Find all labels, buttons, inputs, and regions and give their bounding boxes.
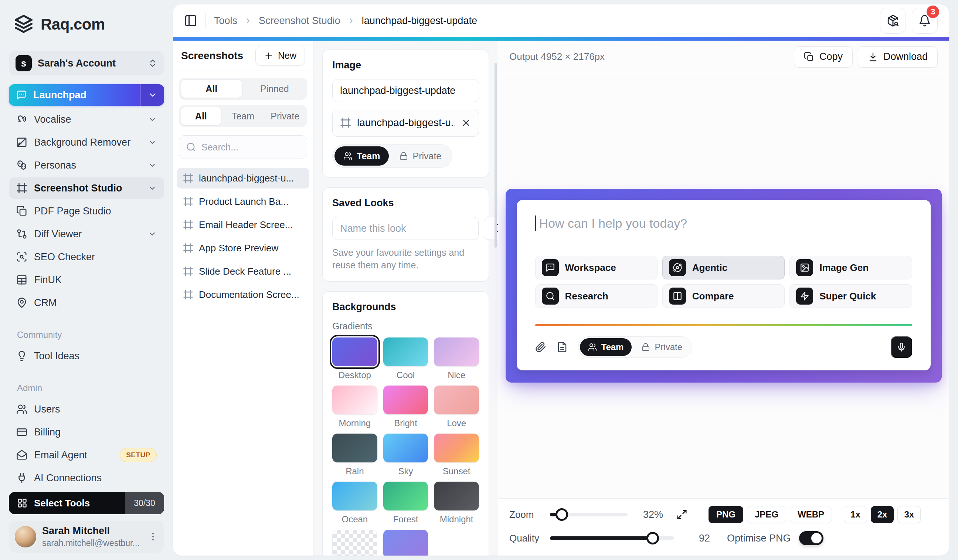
sidebar-item-screenshot-studio[interactable]: Screenshot Studio <box>9 178 164 199</box>
brand-logo[interactable]: Raq.com <box>9 14 164 35</box>
sidebar-item-ai-connections[interactable]: AI Connections <box>9 467 164 489</box>
gradient-swatch-sky[interactable]: Sky <box>383 433 428 476</box>
pill-label: Private <box>412 151 441 162</box>
quality-slider[interactable] <box>550 536 674 540</box>
optimise-png-toggle[interactable] <box>799 531 823 545</box>
mode-workspace[interactable]: Workspace <box>535 256 658 279</box>
scope-tab-team[interactable]: Team <box>223 107 263 125</box>
gradient-swatch-sunset[interactable]: Sunset <box>434 433 479 476</box>
screenshot-search[interactable] <box>179 135 307 159</box>
gradient-swatch-custom[interactable]: Custom <box>383 530 428 556</box>
sidebar-toggle-button[interactable] <box>184 14 197 27</box>
sidebar-item-users[interactable]: Users <box>9 398 164 420</box>
sidebar-item-tool-ideas[interactable]: Tool Ideas <box>9 345 164 366</box>
mode-super-quick[interactable]: Super Quick <box>790 284 912 308</box>
copy-button[interactable]: Copy <box>794 46 853 68</box>
list-item[interactable]: Email Header Scree... <box>177 214 309 235</box>
sidebar-item-background-remover[interactable]: Background Remover <box>9 132 164 153</box>
swatch-label: Love <box>434 418 479 428</box>
gradient-swatch-morning[interactable]: Morning <box>332 385 377 428</box>
sidebar-item-finuk[interactable]: FinUK <box>9 269 164 290</box>
fit-expand-button[interactable] <box>676 509 687 520</box>
launchpad-expand-button[interactable] <box>140 84 164 106</box>
selected-screenshot-chip: launchpad-biggest-u... <box>332 109 479 137</box>
gradient-swatch-ocean[interactable]: Ocean <box>332 482 377 525</box>
visibility-team[interactable]: Team <box>335 146 389 166</box>
new-screenshot-button[interactable]: New <box>255 46 305 66</box>
swatch-preview <box>383 385 428 414</box>
sidebar-item-billing[interactable]: Billing <box>9 421 164 443</box>
account-switcher[interactable]: s Sarah's Account <box>9 51 164 75</box>
scrollbar-thumb[interactable] <box>495 63 497 247</box>
scope-tab-all[interactable]: All <box>181 107 221 125</box>
format-png[interactable]: PNG <box>709 506 743 523</box>
format-jpeg[interactable]: JPEG <box>747 506 786 523</box>
list-item[interactable]: Documentation Scree... <box>177 284 309 305</box>
quality-slider-thumb[interactable] <box>646 532 659 544</box>
sidebar-item-seo-checker[interactable]: SEO Checker <box>9 246 164 268</box>
pill-label: Team <box>357 151 380 162</box>
breadcrumb-screenshot-studio[interactable]: Screenshot Studio <box>259 15 340 27</box>
mode-image-gen[interactable]: Image Gen <box>790 256 912 279</box>
notifications-button[interactable]: 3 <box>912 8 938 33</box>
frame-icon <box>16 182 27 194</box>
paperclip-icon[interactable] <box>535 341 546 353</box>
image-name-input[interactable] <box>332 79 479 102</box>
frame-icon <box>183 243 193 253</box>
list-item[interactable]: Slide Deck Feature ... <box>177 261 309 282</box>
mode-icon-box <box>542 259 559 276</box>
mode-research[interactable]: Research <box>535 284 658 308</box>
mode-label: Super Quick <box>819 290 876 302</box>
close-icon[interactable] <box>461 117 471 128</box>
format-webp[interactable]: WEBP <box>790 506 832 523</box>
preview-artboard[interactable]: How can I help you today? Workspace Agen… <box>506 189 942 382</box>
sidebar-item-crm[interactable]: CRM <box>9 292 164 313</box>
gradient-swatch-midnight[interactable]: Midnight <box>434 482 479 525</box>
visibility-private[interactable]: Private <box>390 146 450 166</box>
zoom-slider-thumb[interactable] <box>555 508 568 521</box>
scale-1x[interactable]: 1x <box>844 506 867 523</box>
notes-icon[interactable] <box>557 341 568 353</box>
sidebar-item-email-agent[interactable]: Email AgentSETUP <box>9 444 164 466</box>
list-item[interactable]: launchpad-biggest-u... <box>177 168 309 189</box>
scope-tab-private[interactable]: Private <box>265 107 305 125</box>
scale-2x[interactable]: 2x <box>871 506 894 523</box>
sidebar-item-launchpad[interactable]: Launchpad <box>9 84 164 106</box>
mic-button[interactable] <box>891 336 912 358</box>
preview-chat-card: How can I help you today? Workspace Agen… <box>517 200 931 370</box>
gradient-swatch-cool[interactable]: Cool <box>383 338 428 380</box>
mail-open-icon <box>16 449 27 460</box>
sidebar-item-personas[interactable]: Personas <box>9 154 164 176</box>
app-header: Tools Screenshot Studio launchpad-bigges… <box>173 5 949 37</box>
sidebar-item-label: Launchpad <box>33 89 87 101</box>
list-item[interactable]: App Store Preview <box>177 238 309 259</box>
gradient-swatch-bright[interactable]: Bright <box>383 385 428 428</box>
select-tools-button[interactable]: Select Tools 30/30 <box>9 492 164 514</box>
list-item[interactable]: Product Launch Ba... <box>177 191 309 212</box>
mode-compare[interactable]: Compare <box>662 284 785 308</box>
gradient-swatch-desktop[interactable]: Desktop <box>332 338 377 380</box>
visibility-team[interactable]: Team <box>580 338 632 356</box>
more-vertical-icon[interactable] <box>148 531 158 542</box>
sidebar-item-vocalise[interactable]: Vocalise <box>9 109 164 130</box>
gradient-swatch-none[interactable]: None <box>332 530 377 556</box>
package-search-button[interactable] <box>880 8 906 33</box>
frame-icon <box>183 173 193 183</box>
user-profile[interactable]: Sarah Mitchell sarah.mitchell@westbur... <box>9 521 164 553</box>
zoom-slider[interactable] <box>550 513 628 516</box>
scale-3x[interactable]: 3x <box>898 506 921 523</box>
sidebar-item-pdf-page-studio[interactable]: PDF Page Studio <box>9 200 164 222</box>
tab-all[interactable]: All <box>181 79 243 98</box>
gradient-swatch-nice[interactable]: Nice <box>434 338 479 380</box>
gradient-swatch-forest[interactable]: Forest <box>383 482 428 525</box>
tab-pinned[interactable]: Pinned <box>244 79 306 98</box>
visibility-private[interactable]: Private <box>633 338 690 356</box>
download-button[interactable]: Download <box>858 46 938 68</box>
look-name-input[interactable] <box>332 217 479 240</box>
breadcrumb-tools[interactable]: Tools <box>214 15 237 27</box>
search-input[interactable] <box>201 142 300 153</box>
gradient-swatch-love[interactable]: Love <box>434 385 479 428</box>
sidebar-item-diff-viewer[interactable]: Diff Viewer <box>9 223 164 245</box>
gradient-swatch-rain[interactable]: Rain <box>332 433 377 476</box>
mode-agentic[interactable]: Agentic <box>662 256 785 279</box>
